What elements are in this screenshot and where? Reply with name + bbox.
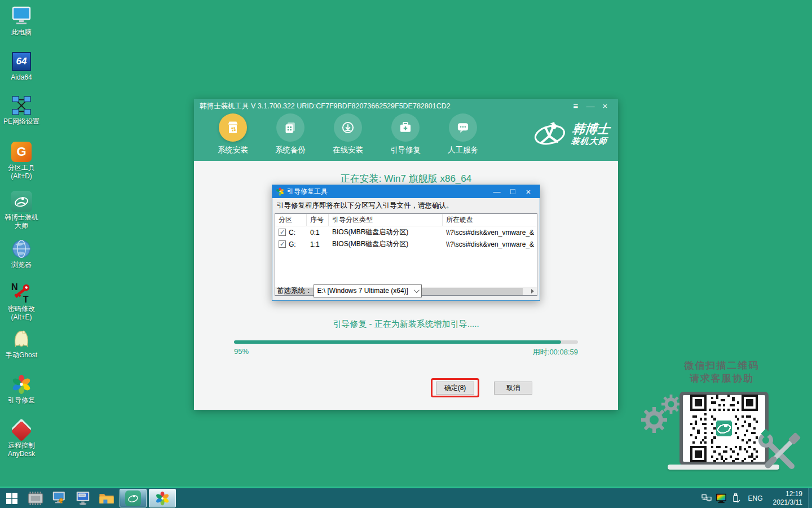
row-checkbox[interactable]: ✓ bbox=[279, 240, 286, 248]
ok-highlight-ring: 确定(8) bbox=[431, 378, 479, 397]
cell-type: BIOS(MBR磁盘启动分区) bbox=[329, 227, 443, 237]
taskbar-item-file-explorer[interactable] bbox=[95, 488, 118, 508]
svg-text:N: N bbox=[11, 282, 18, 292]
ok-button[interactable]: 确定(8) bbox=[436, 382, 475, 395]
cell-disk: \\?\scsi#disk&ven_vmware_& bbox=[443, 229, 537, 237]
dialog-footer: 首选系统： E:\ [Windows 7 Ultimate (x64)] 确定(… bbox=[272, 281, 540, 300]
usb-tray-icon[interactable] bbox=[729, 488, 743, 508]
close-icon[interactable]: × bbox=[598, 99, 612, 113]
taskbar-item-hbs-installer[interactable] bbox=[120, 489, 147, 507]
dialog-maximize-icon[interactable] bbox=[505, 187, 520, 196]
toolbar-item-online-install[interactable]: 在线安装 bbox=[327, 113, 369, 155]
preferred-system-label: 首选系统： bbox=[277, 286, 312, 296]
clock[interactable]: 12:19 2021/3/11 bbox=[767, 490, 809, 507]
network-icon bbox=[10, 94, 33, 117]
toolbar-item-label: 系统安装 bbox=[218, 145, 248, 155]
desktop-icon-manual-ghost[interactable]: 手动Ghost bbox=[0, 327, 43, 360]
desktop-icon-pe-network[interactable]: PE网络设置 bbox=[0, 94, 43, 126]
computer-icon bbox=[10, 5, 33, 28]
toolbar-item-manual-service[interactable]: 人工服务 bbox=[442, 113, 484, 155]
desktop-icon-anydesk[interactable]: 远程控制 AnyDesk bbox=[0, 418, 43, 458]
folder-icon bbox=[99, 492, 114, 505]
desktop-icon-label: PE网络设置 bbox=[3, 117, 39, 126]
logo-text-line2: 装机大师 bbox=[571, 136, 609, 146]
desktop-icon-label: (Alt+E) bbox=[11, 313, 32, 322]
desktop-icon-label: 远程控制 bbox=[8, 441, 35, 450]
system-backup-icon bbox=[276, 113, 304, 142]
table-row[interactable]: ✓C: 0:1 BIOS(MBR磁盘启动分区) \\?\scsi#disk&ve… bbox=[275, 226, 537, 238]
show-desktop-button[interactable] bbox=[808, 488, 812, 508]
row-checkbox[interactable]: ✓ bbox=[279, 229, 286, 236]
menu-icon[interactable]: ≡ bbox=[568, 99, 583, 113]
desktop-icon-browser[interactable]: 浏览器 bbox=[0, 237, 43, 269]
network-tray-icon[interactable] bbox=[699, 488, 714, 508]
system-tray: ENG 12:19 2021/3/11 bbox=[699, 488, 812, 508]
progress-percent: 95% bbox=[234, 347, 249, 356]
aida64-icon: 64 bbox=[10, 50, 33, 73]
globe-icon bbox=[10, 237, 33, 261]
toolbar-item-label: 引导修复 bbox=[390, 145, 421, 155]
cell-partition: C: bbox=[289, 229, 295, 237]
memory-chip-icon bbox=[27, 491, 44, 506]
chat-icon bbox=[449, 113, 477, 142]
cell-type: BIOS(MBR磁盘启动分区) bbox=[329, 239, 443, 249]
online-install-icon bbox=[334, 113, 362, 142]
boot-repair-icon bbox=[391, 113, 420, 142]
dialog-titlebar: 引导修复工具 — × bbox=[272, 185, 540, 198]
start-button[interactable] bbox=[0, 488, 24, 508]
svg-text:T: T bbox=[23, 294, 29, 304]
hbs-header-logo: 韩博士 装机大师 bbox=[532, 119, 609, 148]
toolbar-item-boot-repair[interactable]: 引导修复 bbox=[385, 113, 426, 155]
column-header-type[interactable]: 引导分区类型 bbox=[329, 214, 443, 226]
cancel-button[interactable]: 取消 bbox=[494, 382, 532, 395]
dialog-minimize-icon[interactable]: — bbox=[489, 187, 505, 196]
gears-icon bbox=[637, 394, 681, 440]
windows-logo-icon bbox=[6, 492, 18, 505]
desktop-icon-label: 密码修改 bbox=[8, 305, 35, 313]
hbs-logo-icon bbox=[125, 491, 141, 506]
pinwheel-icon bbox=[10, 373, 33, 396]
installer-titlebar: 韩博士装机工具 V 3.1.700.322 URID:CF7F9BDF82073… bbox=[194, 99, 618, 113]
tools-icon bbox=[757, 426, 807, 479]
desktop-icon-partition-tool[interactable]: G 分区工具 (Alt+D) bbox=[0, 140, 43, 181]
desktop-icon-boot-repair[interactable]: 引导修复 bbox=[0, 373, 43, 405]
desktop-icon-this-pc[interactable]: 此电脑 bbox=[0, 5, 43, 37]
logo-text-line1: 韩博士 bbox=[572, 122, 611, 136]
desktop-icon-label: 大师 bbox=[15, 222, 28, 230]
taskbar-item-password-tool[interactable] bbox=[47, 488, 71, 508]
cell-index: 0:1 bbox=[307, 229, 329, 237]
desktop-icon-aida64[interactable]: 64 Aida64 bbox=[0, 50, 43, 82]
minimize-icon[interactable]: — bbox=[583, 99, 598, 113]
column-header-partition[interactable]: 分区 bbox=[275, 214, 307, 226]
desktop-icon-password-tool[interactable]: NT 密码修改 (Alt+E) bbox=[0, 281, 43, 322]
taskbar-item-memory-tool[interactable] bbox=[24, 488, 47, 508]
tray-date: 2021/3/11 bbox=[773, 498, 803, 507]
pinwheel-icon bbox=[276, 187, 284, 196]
anydesk-icon bbox=[10, 418, 33, 441]
progress-bar-fill bbox=[234, 340, 561, 344]
qr-code bbox=[683, 395, 765, 462]
column-header-index[interactable]: 序号 bbox=[307, 214, 329, 226]
desktop-icon-label: (Alt+D) bbox=[11, 172, 32, 181]
preferred-system-select[interactable]: E:\ [Windows 7 Ultimate (x64)] bbox=[314, 284, 422, 297]
desktop-icon-label: 此电脑 bbox=[11, 28, 32, 37]
hbs-logo-icon bbox=[532, 119, 567, 148]
taskbar-item-boot-repair[interactable] bbox=[149, 489, 176, 507]
preferred-system-value: E:\ [Windows 7 Ultimate (x64)] bbox=[317, 287, 414, 295]
dialog-close-icon[interactable]: × bbox=[520, 187, 536, 196]
toolbar-item-label: 系统备份 bbox=[275, 145, 306, 155]
table-row[interactable]: ✓G: 1:1 BIOS(MBR磁盘启动分区) \\?\scsi#disk&ve… bbox=[275, 238, 537, 250]
tray-time: 12:19 bbox=[773, 490, 803, 498]
status-text: 引导修复 - 正在为新装系统增加引导..... bbox=[194, 319, 618, 330]
display-tray-icon[interactable] bbox=[714, 488, 729, 508]
language-indicator[interactable]: ENG bbox=[743, 494, 767, 502]
progress-bar bbox=[234, 340, 578, 344]
toolbar-item-system-install[interactable]: 系统安装 bbox=[212, 113, 254, 155]
desktop-icon-label: AnyDesk bbox=[8, 450, 35, 458]
diskgenius-icon: G bbox=[10, 140, 33, 164]
column-header-disk[interactable]: 所在硬盘 bbox=[443, 214, 537, 226]
toolbar-item-system-backup[interactable]: 系统备份 bbox=[270, 113, 311, 155]
desktop-icon-hbs-master[interactable]: 韩博士装机 大师 bbox=[0, 190, 43, 230]
laptop-frame bbox=[679, 392, 769, 465]
taskbar-item-onscreen-keyboard[interactable] bbox=[71, 488, 95, 508]
